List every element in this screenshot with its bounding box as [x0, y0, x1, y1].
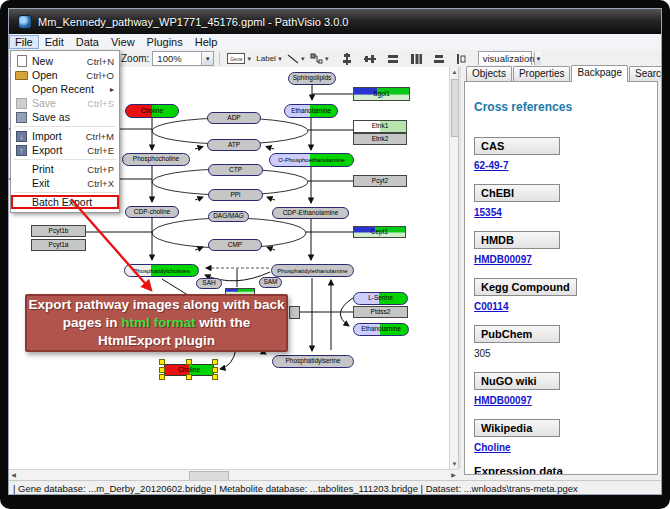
- file-menu-item-batch-export[interactable]: Batch Export: [11, 195, 119, 209]
- chevron-down-icon[interactable]: ▼: [277, 56, 283, 62]
- distribute-vertical-button[interactable]: [385, 52, 401, 66]
- node-cmp[interactable]: CMP: [208, 239, 262, 251]
- file-menu-item-import[interactable]: ↓ImportCtrl+M: [11, 129, 119, 143]
- node-cdp-choline[interactable]: CDP-choline: [125, 206, 179, 218]
- status-text: | Gene database: ...m_Derby_20120602.bri…: [13, 483, 578, 494]
- xref-section-pubchem: PubChem305: [474, 324, 648, 361]
- node-pcyt2[interactable]: Pcyt2: [353, 175, 407, 187]
- align-center-button[interactable]: [339, 52, 355, 66]
- visualization-dropdown-icon[interactable]: ▼: [534, 52, 541, 65]
- menu-data[interactable]: Data: [70, 35, 105, 49]
- visualization-combobox[interactable]: visualization ▼: [478, 51, 532, 66]
- node-dag-mag[interactable]: DAG/MAG: [208, 211, 249, 222]
- file-menu-item-exit[interactable]: ExitCtrl+X: [11, 176, 119, 190]
- file-menu-item-print[interactable]: PrintCtrl+P: [11, 162, 119, 176]
- file-menu-item-save-as[interactable]: Save as: [11, 110, 119, 124]
- xref-header: NuGO wiki: [474, 372, 560, 390]
- menu-view[interactable]: View: [105, 35, 141, 49]
- node-sah[interactable]: SAH: [196, 278, 222, 289]
- node-phosphocholine[interactable]: Phosphocholine: [122, 153, 190, 166]
- zoom-value: 100%: [157, 53, 181, 64]
- tab-objects[interactable]: Objects: [466, 66, 512, 81]
- node-pcyt1b[interactable]: Pcyt1b: [31, 225, 86, 237]
- node-ctp[interactable]: CTP: [208, 164, 263, 176]
- selection-handle[interactable]: [159, 367, 165, 373]
- node-o-phosphoethanolamine[interactable]: O-Phosphoethanolamine: [269, 153, 354, 167]
- xref-section-wikipedia: WikipediaCholine: [474, 418, 648, 455]
- node-sgpl1[interactable]: Sgpl1: [353, 87, 410, 101]
- xref-link[interactable]: 62-49-7: [474, 160, 508, 171]
- xref-link[interactable]: HMDB00097: [474, 395, 532, 406]
- chevron-down-icon[interactable]: ▼: [300, 56, 306, 62]
- node-pcyt1a[interactable]: Pcyt1a: [31, 239, 86, 251]
- menu-file[interactable]: File: [9, 35, 39, 49]
- node-phosphatidylethanolamine[interactable]: Phosphatidylethanolamine: [271, 264, 354, 277]
- chevron-down-icon[interactable]: ▼: [324, 56, 330, 62]
- node-ethanolamine-bottom[interactable]: Ethanolamine: [353, 323, 409, 336]
- annotation-callout: Export pathway images along with back pa…: [25, 294, 288, 352]
- file-menu-item-new[interactable]: NewCtrl+N: [11, 54, 119, 68]
- tab-search[interactable]: Search: [629, 66, 662, 81]
- tab-properties[interactable]: Properties: [513, 66, 571, 81]
- selection-handle[interactable]: [212, 359, 218, 365]
- xref-section-chebi: ChEBI15354: [474, 183, 648, 220]
- node-cept1[interactable]: Cept1: [353, 226, 406, 238]
- menu-help[interactable]: Help: [189, 35, 224, 49]
- xref-link[interactable]: C00114: [474, 301, 508, 312]
- node-ppi[interactable]: PPi: [208, 189, 263, 201]
- datanode-button[interactable]: Gene ▼: [225, 52, 254, 66]
- selection-handle[interactable]: [159, 374, 165, 380]
- common-height-button[interactable]: [454, 52, 470, 66]
- node-choline-top[interactable]: Choline: [125, 104, 179, 118]
- node-atp[interactable]: ATP: [207, 139, 261, 151]
- node-sphingolipids[interactable]: Sphingolipids: [288, 72, 336, 85]
- file-menu-item-save: SaveCtrl+S: [11, 96, 119, 110]
- xref-link[interactable]: 15354: [474, 207, 502, 218]
- selection-handle[interactable]: [186, 359, 192, 365]
- selection-handle[interactable]: [159, 359, 165, 365]
- zoom-combobox[interactable]: 100% ▼: [152, 51, 214, 66]
- menu-bar: FileEditDataViewPluginsHelp: [9, 34, 661, 51]
- align-middle-button[interactable]: [362, 52, 378, 66]
- node-etnk1[interactable]: Etnk1: [353, 120, 407, 133]
- selection-handle[interactable]: [212, 367, 218, 373]
- node-adp[interactable]: ADP: [207, 112, 261, 124]
- file-menu-item-open-recent[interactable]: Open Recent▸: [11, 82, 119, 96]
- file-menu-dropdown: NewCtrl+NOpenCtrl+OOpen Recent▸SaveCtrl+…: [10, 50, 120, 213]
- menu-edit[interactable]: Edit: [39, 35, 70, 49]
- connector-tool-button[interactable]: ▼: [308, 52, 332, 66]
- common-width-button[interactable]: [431, 52, 447, 66]
- node-phosphatidylcholines[interactable]: Phosphatidylcholines: [124, 264, 199, 277]
- xref-value: 305: [474, 348, 491, 359]
- line-icon: [287, 53, 299, 65]
- tab-backpage[interactable]: Backpage: [571, 65, 627, 82]
- distribute-horizontal-button[interactable]: [408, 52, 424, 66]
- node-etnk2[interactable]: Etnk2: [353, 133, 407, 145]
- xref-link[interactable]: HMDB00097: [474, 254, 532, 265]
- node-l-serine[interactable]: L-Serine: [353, 292, 408, 305]
- label-button[interactable]: Label ▼: [254, 52, 285, 66]
- line-tool-button[interactable]: ▼: [285, 52, 308, 66]
- node-ethanolamine-top[interactable]: Ethanolamine: [284, 104, 338, 118]
- file-menu-item-open[interactable]: OpenCtrl+O: [11, 68, 119, 82]
- side-panel-tabs: ObjectsPropertiesBackpageSearchLegend: [461, 65, 661, 81]
- file-menu-item-export[interactable]: ↑ExportCtrl+E: [11, 143, 119, 157]
- common-height-icon: [456, 53, 468, 65]
- zoom-dropdown-icon[interactable]: ▼: [201, 52, 213, 65]
- save-as-icon: [16, 112, 27, 123]
- menu-plugins[interactable]: Plugins: [141, 35, 189, 49]
- callout-line-2: pages in html format with the: [27, 314, 286, 332]
- node-gene-fragment[interactable]: [289, 306, 300, 319]
- app-icon: [18, 15, 32, 29]
- chevron-down-icon[interactable]: ▼: [246, 56, 252, 62]
- node-phosphatidylserine[interactable]: Phosphatidylserine: [272, 355, 354, 368]
- node-sam[interactable]: SAM: [259, 277, 282, 288]
- node-ptdss2[interactable]: Ptdss2: [353, 306, 408, 318]
- xref-link[interactable]: Choline: [474, 442, 511, 453]
- pathvisio-window: Mm_Kennedy_pathway_WP1771_45176.gpml - P…: [8, 8, 662, 495]
- datanode-icon: Gene: [227, 53, 245, 64]
- selection-handle[interactable]: [186, 374, 192, 380]
- node-cdp-ethanolamine[interactable]: CDP-Ethanolamine: [272, 207, 349, 219]
- selection-handle[interactable]: [212, 374, 218, 380]
- xref-header: HMDB: [474, 231, 560, 249]
